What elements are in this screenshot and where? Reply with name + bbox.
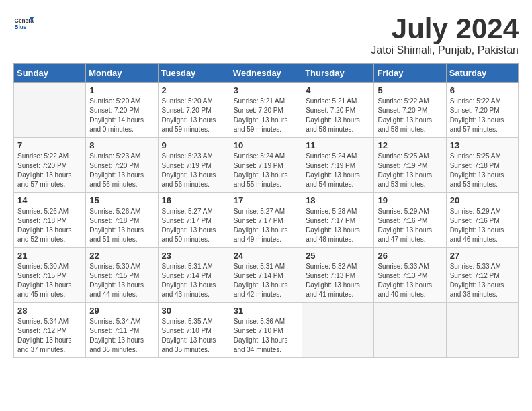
day-number: 6 <box>450 85 515 95</box>
location-title: Jatoi Shimali, Punjab, Pakistan <box>371 44 519 56</box>
day-number: 8 <box>89 140 154 150</box>
calendar-cell: 27Sunrise: 5:33 AM Sunset: 7:12 PM Dayli… <box>446 248 518 303</box>
day-number: 10 <box>234 140 298 150</box>
week-row-5: 28Sunrise: 5:34 AM Sunset: 7:12 PM Dayli… <box>14 303 519 358</box>
week-row-1: 1Sunrise: 5:20 AM Sunset: 7:20 PM Daylig… <box>14 83 519 138</box>
day-number: 22 <box>89 250 154 261</box>
calendar-cell: 11Sunrise: 5:24 AM Sunset: 7:19 PM Dayli… <box>302 138 374 193</box>
day-number: 7 <box>17 140 82 150</box>
day-info: Sunrise: 5:20 AM Sunset: 7:20 PM Dayligh… <box>89 97 154 134</box>
header: General Blue July 2024 Jatoi Shimali, Pu… <box>13 13 519 56</box>
day-info: Sunrise: 5:24 AM Sunset: 7:19 PM Dayligh… <box>306 152 370 189</box>
calendar-cell: 19Sunrise: 5:29 AM Sunset: 7:16 PM Dayli… <box>374 193 446 248</box>
calendar-cell: 23Sunrise: 5:31 AM Sunset: 7:14 PM Dayli… <box>158 248 230 303</box>
calendar-cell: 31Sunrise: 5:36 AM Sunset: 7:10 PM Dayli… <box>230 303 302 358</box>
logo-icon: General Blue <box>13 13 34 34</box>
day-number: 23 <box>162 250 226 261</box>
calendar-cell: 12Sunrise: 5:25 AM Sunset: 7:19 PM Dayli… <box>374 138 446 193</box>
day-info: Sunrise: 5:20 AM Sunset: 7:20 PM Dayligh… <box>162 97 226 134</box>
week-row-2: 7Sunrise: 5:22 AM Sunset: 7:20 PM Daylig… <box>14 138 519 193</box>
day-number: 26 <box>378 250 442 261</box>
calendar-cell: 29Sunrise: 5:34 AM Sunset: 7:11 PM Dayli… <box>86 303 158 358</box>
day-info: Sunrise: 5:36 AM Sunset: 7:10 PM Dayligh… <box>234 317 298 355</box>
day-number: 30 <box>162 306 226 316</box>
day-number: 15 <box>89 195 154 205</box>
calendar-cell: 25Sunrise: 5:32 AM Sunset: 7:13 PM Dayli… <box>302 248 374 303</box>
day-number: 14 <box>17 195 82 205</box>
week-row-3: 14Sunrise: 5:26 AM Sunset: 7:18 PM Dayli… <box>14 193 519 248</box>
weekday-header-saturday: Saturday <box>446 64 518 83</box>
calendar-cell: 26Sunrise: 5:33 AM Sunset: 7:13 PM Dayli… <box>374 248 446 303</box>
day-info: Sunrise: 5:22 AM Sunset: 7:20 PM Dayligh… <box>450 97 515 134</box>
calendar-cell: 28Sunrise: 5:34 AM Sunset: 7:12 PM Dayli… <box>14 303 86 358</box>
day-info: Sunrise: 5:23 AM Sunset: 7:19 PM Dayligh… <box>162 152 226 189</box>
day-info: Sunrise: 5:21 AM Sunset: 7:20 PM Dayligh… <box>234 97 298 134</box>
calendar-cell: 10Sunrise: 5:24 AM Sunset: 7:19 PM Dayli… <box>230 138 302 193</box>
calendar-cell: 30Sunrise: 5:35 AM Sunset: 7:10 PM Dayli… <box>158 303 230 358</box>
weekday-header-sunday: Sunday <box>14 64 86 83</box>
day-info: Sunrise: 5:27 AM Sunset: 7:17 PM Dayligh… <box>234 207 298 244</box>
calendar-cell: 1Sunrise: 5:20 AM Sunset: 7:20 PM Daylig… <box>86 83 158 138</box>
calendar-cell: 24Sunrise: 5:31 AM Sunset: 7:14 PM Dayli… <box>230 248 302 303</box>
day-info: Sunrise: 5:25 AM Sunset: 7:18 PM Dayligh… <box>450 152 515 189</box>
day-info: Sunrise: 5:35 AM Sunset: 7:10 PM Dayligh… <box>162 317 226 355</box>
calendar-cell: 15Sunrise: 5:26 AM Sunset: 7:18 PM Dayli… <box>86 193 158 248</box>
day-number: 12 <box>378 140 442 150</box>
calendar-cell <box>302 303 374 358</box>
calendar-cell: 22Sunrise: 5:30 AM Sunset: 7:15 PM Dayli… <box>86 248 158 303</box>
day-number: 2 <box>162 85 226 95</box>
calendar-table: SundayMondayTuesdayWednesdayThursdayFrid… <box>13 63 519 358</box>
day-number: 4 <box>306 85 370 95</box>
calendar-body: 1Sunrise: 5:20 AM Sunset: 7:20 PM Daylig… <box>14 83 519 358</box>
day-number: 18 <box>306 195 370 205</box>
week-row-4: 21Sunrise: 5:30 AM Sunset: 7:15 PM Dayli… <box>14 248 519 303</box>
day-info: Sunrise: 5:34 AM Sunset: 7:12 PM Dayligh… <box>17 317 82 355</box>
day-info: Sunrise: 5:22 AM Sunset: 7:20 PM Dayligh… <box>378 97 442 134</box>
calendar-cell: 4Sunrise: 5:21 AM Sunset: 7:20 PM Daylig… <box>302 83 374 138</box>
svg-text:Blue: Blue <box>15 24 27 30</box>
day-info: Sunrise: 5:23 AM Sunset: 7:20 PM Dayligh… <box>89 152 154 189</box>
title-section: July 2024 Jatoi Shimali, Punjab, Pakista… <box>371 13 519 56</box>
day-number: 3 <box>234 85 298 95</box>
day-number: 31 <box>234 306 298 316</box>
day-number: 19 <box>378 195 442 205</box>
calendar-cell: 20Sunrise: 5:29 AM Sunset: 7:16 PM Dayli… <box>446 193 518 248</box>
day-info: Sunrise: 5:27 AM Sunset: 7:17 PM Dayligh… <box>162 207 226 244</box>
day-number: 17 <box>234 195 298 205</box>
day-info: Sunrise: 5:32 AM Sunset: 7:13 PM Dayligh… <box>306 262 370 300</box>
weekday-header-wednesday: Wednesday <box>230 64 302 83</box>
day-number: 25 <box>306 250 370 261</box>
day-number: 20 <box>450 195 515 205</box>
day-number: 5 <box>378 85 442 95</box>
calendar-header: SundayMondayTuesdayWednesdayThursdayFrid… <box>14 64 519 83</box>
day-number: 27 <box>450 250 515 261</box>
calendar-cell: 7Sunrise: 5:22 AM Sunset: 7:20 PM Daylig… <box>14 138 86 193</box>
calendar-cell: 2Sunrise: 5:20 AM Sunset: 7:20 PM Daylig… <box>158 83 230 138</box>
day-info: Sunrise: 5:31 AM Sunset: 7:14 PM Dayligh… <box>234 262 298 300</box>
day-number: 13 <box>450 140 515 150</box>
day-number: 28 <box>17 306 82 316</box>
day-info: Sunrise: 5:26 AM Sunset: 7:18 PM Dayligh… <box>89 207 154 244</box>
day-info: Sunrise: 5:21 AM Sunset: 7:20 PM Dayligh… <box>306 97 370 134</box>
weekday-header-monday: Monday <box>86 64 158 83</box>
calendar-cell: 8Sunrise: 5:23 AM Sunset: 7:20 PM Daylig… <box>86 138 158 193</box>
calendar-cell <box>14 83 86 138</box>
day-number: 16 <box>162 195 226 205</box>
day-number: 11 <box>306 140 370 150</box>
day-info: Sunrise: 5:30 AM Sunset: 7:15 PM Dayligh… <box>17 262 82 300</box>
day-info: Sunrise: 5:29 AM Sunset: 7:16 PM Dayligh… <box>450 207 515 244</box>
calendar-cell <box>446 303 518 358</box>
day-info: Sunrise: 5:26 AM Sunset: 7:18 PM Dayligh… <box>17 207 82 244</box>
calendar-cell: 3Sunrise: 5:21 AM Sunset: 7:20 PM Daylig… <box>230 83 302 138</box>
day-info: Sunrise: 5:28 AM Sunset: 7:17 PM Dayligh… <box>306 207 370 244</box>
weekday-header-row: SundayMondayTuesdayWednesdayThursdayFrid… <box>14 64 519 83</box>
calendar-cell: 14Sunrise: 5:26 AM Sunset: 7:18 PM Dayli… <box>14 193 86 248</box>
day-number: 1 <box>89 85 154 95</box>
day-number: 24 <box>234 250 298 261</box>
calendar-cell: 16Sunrise: 5:27 AM Sunset: 7:17 PM Dayli… <box>158 193 230 248</box>
weekday-header-tuesday: Tuesday <box>158 64 230 83</box>
calendar-cell: 13Sunrise: 5:25 AM Sunset: 7:18 PM Dayli… <box>446 138 518 193</box>
day-info: Sunrise: 5:34 AM Sunset: 7:11 PM Dayligh… <box>89 317 154 355</box>
calendar-cell: 18Sunrise: 5:28 AM Sunset: 7:17 PM Dayli… <box>302 193 374 248</box>
day-info: Sunrise: 5:25 AM Sunset: 7:19 PM Dayligh… <box>378 152 442 189</box>
